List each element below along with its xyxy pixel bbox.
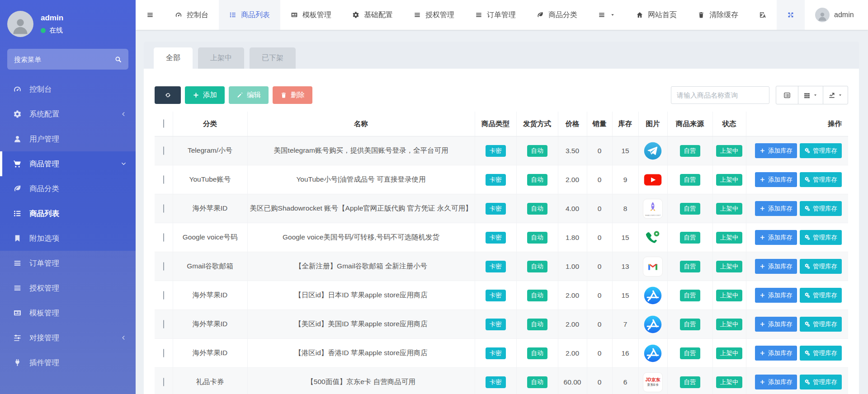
stock-cell: 6 [612,368,638,394]
plug-icon [12,358,22,367]
caret-down-icon [813,93,818,98]
add-stock-button[interactable]: 添加库存 [755,143,797,158]
button-label: 添加 [203,90,217,100]
add-stock-button[interactable]: 添加库存 [755,317,797,332]
sidebar-item-授权管理[interactable]: 授权管理 [0,276,136,300]
sidebar-item-插件管理[interactable]: 插件管理 [0,350,136,375]
delivery-badge: 自动 [527,232,547,244]
row-select-cell [155,368,173,394]
status-cell: 上架中 [712,165,746,194]
add-stock-button[interactable]: 添加库存 [755,201,797,216]
image-cell [638,310,667,339]
nav-item-模板管理[interactable]: 模板管理 [280,0,342,30]
actions-cell: 添加库存管理库存 [746,339,848,368]
manage-stock-button[interactable]: 管理库存 [800,143,842,158]
row-checkbox[interactable] [163,204,164,213]
user-panel: admin 在线 [0,0,136,43]
nav-item-控制台[interactable]: 控制台 [165,0,219,30]
add-stock-button[interactable]: 添加库存 [755,288,797,303]
select-all-checkbox[interactable] [163,119,164,128]
detail-view-button[interactable] [776,86,798,104]
add-stock-button[interactable]: 添加库存 [755,259,797,274]
sidebar-item-对接管理[interactable]: 对接管理 [0,325,136,350]
manage-stock-button[interactable]: 管理库存 [800,346,842,361]
image-cell: JD京东京东E卡 [638,368,667,394]
leaf-icon [537,11,544,19]
avatar[interactable] [7,11,33,37]
select-all-header [155,112,173,136]
edit-button[interactable]: 编辑 [229,86,269,104]
cogs-icon [804,235,810,240]
type-cell: 卡密 [475,281,516,310]
row-checkbox[interactable] [163,175,164,184]
menu-icon [12,284,22,292]
sales-cell: 0 [587,136,612,165]
nav-item-商品分类[interactable]: 商品分类 [526,0,588,30]
sidebar-item-label: 商品分类 [29,184,59,194]
row-checkbox[interactable] [163,349,164,357]
sidebar-item-订单管理[interactable]: 订单管理 [0,251,136,276]
language-icon [759,11,766,19]
sidebar-item-商品分类[interactable]: 商品分类 [0,176,136,201]
tab-上架中[interactable]: 上架中 [198,47,244,69]
refresh-button[interactable] [155,86,181,104]
settings-menu[interactable] [864,0,868,30]
manage-stock-button[interactable]: 管理库存 [800,172,842,187]
delivery-badge: 自动 [527,376,547,388]
nav-item-商品列表[interactable]: 商品列表 [219,0,280,30]
sidebar-item-商品列表[interactable]: 商品列表 [0,201,136,226]
manage-stock-button[interactable]: 管理库存 [800,259,842,274]
export-button[interactable] [823,86,848,104]
add-stock-button[interactable]: 添加库存 [755,230,797,245]
row-checkbox[interactable] [163,262,164,271]
language-toggle[interactable] [749,0,777,30]
row-checkbox[interactable] [163,233,164,242]
sidebar-item-商品管理[interactable]: 商品管理 [0,151,136,176]
manage-stock-button[interactable]: 管理库存 [800,317,842,332]
add-stock-button[interactable]: 添加库存 [755,375,797,389]
nav-item-基础配置[interactable]: 基础配置 [342,0,403,30]
nav-item-label: 清除缓存 [709,10,738,20]
row-checkbox[interactable] [163,146,164,155]
manage-stock-button[interactable]: 管理库存 [800,375,842,389]
add-button[interactable]: 添加 [185,86,225,104]
nav-item-订单管理[interactable]: 订单管理 [465,0,526,30]
delivery-cell: 自动 [516,281,558,310]
product-list-card: 全部上架中已下架 添加编辑删除 分类名称商品类型发货方式价格销量库存图片商品来源… [144,42,859,394]
add-stock-button[interactable]: 添加库存 [755,172,797,187]
sidebar-item-系统配置[interactable]: 系统配置 [0,102,136,127]
source-badge: 自营 [680,203,700,215]
row-checkbox[interactable] [163,291,164,300]
manage-stock-button[interactable]: 管理库存 [800,230,842,245]
nav-item-授权管理[interactable]: 授权管理 [403,0,465,30]
sidebar-item-控制台[interactable]: 控制台 [0,77,136,102]
clear-cache-link[interactable]: 清除缓存 [687,0,749,30]
row-checkbox[interactable] [163,320,164,328]
name-cell: Google voice美国号码/可转移,号码不可选随机发货 [247,223,475,252]
row-checkbox[interactable] [163,378,164,386]
sidebar-toggle-button[interactable] [136,0,165,30]
columns-button[interactable] [798,86,823,104]
add-stock-button[interactable]: 添加库存 [755,346,797,361]
manage-stock-button[interactable]: 管理库存 [800,288,842,303]
site-home-link[interactable]: 网站首页 [626,0,687,30]
sidebar-search-input[interactable] [7,56,108,63]
plus-icon [760,148,765,154]
manage-stock-button[interactable]: 管理库存 [800,201,842,216]
fullscreen-toggle[interactable] [777,0,805,30]
tab-已下架[interactable]: 已下架 [250,47,296,69]
table-row: 海外苹果ID【美区id】美国ID 苹果apple store应用商店卡密自动2.… [155,310,848,339]
product-search-input[interactable] [671,86,769,104]
sidebar-item-用户管理[interactable]: 用户管理 [0,127,136,151]
menu-icon [12,259,22,267]
sidebar-item-附加选项[interactable]: 附加选项 [0,226,136,251]
status-cell: 上架中 [712,339,746,368]
plus-icon [760,321,765,327]
delete-button[interactable]: 删除 [273,86,312,104]
tab-全部[interactable]: 全部 [154,47,193,69]
sidebar-search-button[interactable] [108,49,128,70]
more-menu-dropdown[interactable] [588,0,626,30]
user-menu[interactable]: admin [805,0,864,30]
sidebar-item-模板管理[interactable]: 模板管理 [0,300,136,325]
caret-down-icon [610,12,615,18]
